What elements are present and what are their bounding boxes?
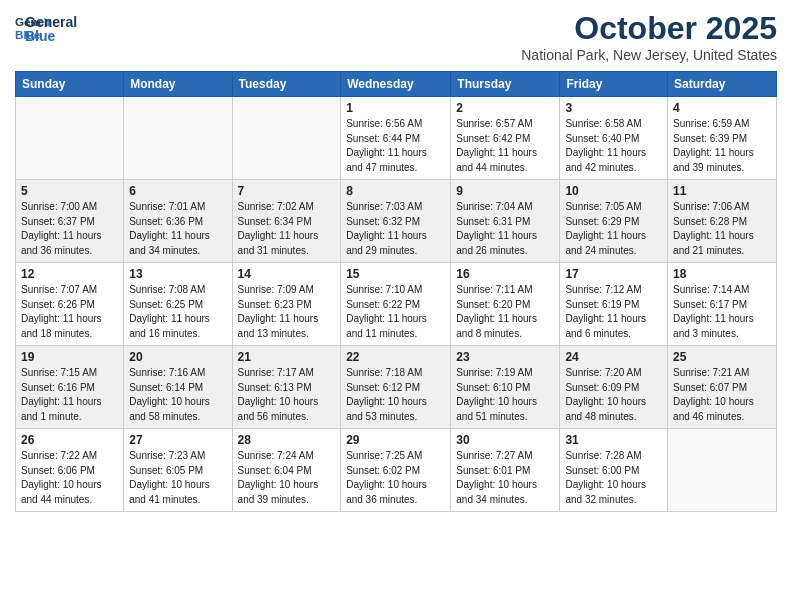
header-row: Sunday Monday Tuesday Wednesday Thursday… xyxy=(16,72,777,97)
col-sunday: Sunday xyxy=(16,72,124,97)
calendar-cell: 24Sunrise: 7:20 AM Sunset: 6:09 PM Dayli… xyxy=(560,346,668,429)
calendar-cell: 21Sunrise: 7:17 AM Sunset: 6:13 PM Dayli… xyxy=(232,346,341,429)
day-info: Sunrise: 7:01 AM Sunset: 6:36 PM Dayligh… xyxy=(129,200,226,258)
day-info: Sunrise: 7:02 AM Sunset: 6:34 PM Dayligh… xyxy=(238,200,336,258)
page-header: General Blue General Blue October 2025 N… xyxy=(15,10,777,63)
day-info: Sunrise: 7:21 AM Sunset: 6:07 PM Dayligh… xyxy=(673,366,771,424)
day-number: 27 xyxy=(129,433,226,447)
month-title: October 2025 xyxy=(521,10,777,47)
day-info: Sunrise: 7:17 AM Sunset: 6:13 PM Dayligh… xyxy=(238,366,336,424)
calendar-cell: 18Sunrise: 7:14 AM Sunset: 6:17 PM Dayli… xyxy=(668,263,777,346)
day-number: 17 xyxy=(565,267,662,281)
day-info: Sunrise: 6:57 AM Sunset: 6:42 PM Dayligh… xyxy=(456,117,554,175)
calendar-cell: 12Sunrise: 7:07 AM Sunset: 6:26 PM Dayli… xyxy=(16,263,124,346)
day-info: Sunrise: 6:58 AM Sunset: 6:40 PM Dayligh… xyxy=(565,117,662,175)
day-info: Sunrise: 7:12 AM Sunset: 6:19 PM Dayligh… xyxy=(565,283,662,341)
calendar-cell: 26Sunrise: 7:22 AM Sunset: 6:06 PM Dayli… xyxy=(16,429,124,512)
day-info: Sunrise: 7:18 AM Sunset: 6:12 PM Dayligh… xyxy=(346,366,445,424)
day-number: 21 xyxy=(238,350,336,364)
day-number: 12 xyxy=(21,267,118,281)
logo-line2: Blue xyxy=(25,28,77,44)
day-number: 1 xyxy=(346,101,445,115)
calendar-cell xyxy=(16,97,124,180)
calendar-cell: 14Sunrise: 7:09 AM Sunset: 6:23 PM Dayli… xyxy=(232,263,341,346)
day-number: 26 xyxy=(21,433,118,447)
calendar-cell: 27Sunrise: 7:23 AM Sunset: 6:05 PM Dayli… xyxy=(124,429,232,512)
calendar-week-2: 5Sunrise: 7:00 AM Sunset: 6:37 PM Daylig… xyxy=(16,180,777,263)
calendar-week-3: 12Sunrise: 7:07 AM Sunset: 6:26 PM Dayli… xyxy=(16,263,777,346)
day-number: 5 xyxy=(21,184,118,198)
day-number: 19 xyxy=(21,350,118,364)
calendar-cell: 2Sunrise: 6:57 AM Sunset: 6:42 PM Daylig… xyxy=(451,97,560,180)
logo: General Blue General Blue xyxy=(15,10,77,46)
day-info: Sunrise: 7:03 AM Sunset: 6:32 PM Dayligh… xyxy=(346,200,445,258)
day-info: Sunrise: 7:28 AM Sunset: 6:00 PM Dayligh… xyxy=(565,449,662,507)
calendar-cell: 20Sunrise: 7:16 AM Sunset: 6:14 PM Dayli… xyxy=(124,346,232,429)
day-info: Sunrise: 7:23 AM Sunset: 6:05 PM Dayligh… xyxy=(129,449,226,507)
day-number: 11 xyxy=(673,184,771,198)
day-number: 6 xyxy=(129,184,226,198)
calendar-week-1: 1Sunrise: 6:56 AM Sunset: 6:44 PM Daylig… xyxy=(16,97,777,180)
day-info: Sunrise: 7:10 AM Sunset: 6:22 PM Dayligh… xyxy=(346,283,445,341)
day-number: 30 xyxy=(456,433,554,447)
day-info: Sunrise: 7:25 AM Sunset: 6:02 PM Dayligh… xyxy=(346,449,445,507)
day-number: 22 xyxy=(346,350,445,364)
calendar-cell: 22Sunrise: 7:18 AM Sunset: 6:12 PM Dayli… xyxy=(341,346,451,429)
day-info: Sunrise: 7:11 AM Sunset: 6:20 PM Dayligh… xyxy=(456,283,554,341)
day-info: Sunrise: 7:15 AM Sunset: 6:16 PM Dayligh… xyxy=(21,366,118,424)
calendar-cell: 10Sunrise: 7:05 AM Sunset: 6:29 PM Dayli… xyxy=(560,180,668,263)
day-number: 16 xyxy=(456,267,554,281)
day-number: 2 xyxy=(456,101,554,115)
calendar-cell: 11Sunrise: 7:06 AM Sunset: 6:28 PM Dayli… xyxy=(668,180,777,263)
day-info: Sunrise: 6:59 AM Sunset: 6:39 PM Dayligh… xyxy=(673,117,771,175)
calendar-cell: 19Sunrise: 7:15 AM Sunset: 6:16 PM Dayli… xyxy=(16,346,124,429)
day-number: 29 xyxy=(346,433,445,447)
day-info: Sunrise: 7:07 AM Sunset: 6:26 PM Dayligh… xyxy=(21,283,118,341)
calendar-cell: 15Sunrise: 7:10 AM Sunset: 6:22 PM Dayli… xyxy=(341,263,451,346)
day-info: Sunrise: 7:24 AM Sunset: 6:04 PM Dayligh… xyxy=(238,449,336,507)
calendar-cell: 7Sunrise: 7:02 AM Sunset: 6:34 PM Daylig… xyxy=(232,180,341,263)
calendar-cell xyxy=(668,429,777,512)
calendar-cell: 17Sunrise: 7:12 AM Sunset: 6:19 PM Dayli… xyxy=(560,263,668,346)
day-number: 18 xyxy=(673,267,771,281)
day-info: Sunrise: 7:22 AM Sunset: 6:06 PM Dayligh… xyxy=(21,449,118,507)
col-wednesday: Wednesday xyxy=(341,72,451,97)
day-number: 25 xyxy=(673,350,771,364)
calendar-cell: 28Sunrise: 7:24 AM Sunset: 6:04 PM Dayli… xyxy=(232,429,341,512)
calendar-cell: 13Sunrise: 7:08 AM Sunset: 6:25 PM Dayli… xyxy=(124,263,232,346)
calendar-cell: 25Sunrise: 7:21 AM Sunset: 6:07 PM Dayli… xyxy=(668,346,777,429)
day-number: 24 xyxy=(565,350,662,364)
day-number: 28 xyxy=(238,433,336,447)
calendar-week-5: 26Sunrise: 7:22 AM Sunset: 6:06 PM Dayli… xyxy=(16,429,777,512)
day-number: 10 xyxy=(565,184,662,198)
day-info: Sunrise: 7:27 AM Sunset: 6:01 PM Dayligh… xyxy=(456,449,554,507)
calendar-cell: 23Sunrise: 7:19 AM Sunset: 6:10 PM Dayli… xyxy=(451,346,560,429)
day-number: 15 xyxy=(346,267,445,281)
day-info: Sunrise: 7:16 AM Sunset: 6:14 PM Dayligh… xyxy=(129,366,226,424)
day-info: Sunrise: 7:06 AM Sunset: 6:28 PM Dayligh… xyxy=(673,200,771,258)
day-info: Sunrise: 7:00 AM Sunset: 6:37 PM Dayligh… xyxy=(21,200,118,258)
day-info: Sunrise: 7:20 AM Sunset: 6:09 PM Dayligh… xyxy=(565,366,662,424)
calendar: Sunday Monday Tuesday Wednesday Thursday… xyxy=(15,71,777,512)
calendar-cell: 16Sunrise: 7:11 AM Sunset: 6:20 PM Dayli… xyxy=(451,263,560,346)
day-number: 7 xyxy=(238,184,336,198)
day-number: 4 xyxy=(673,101,771,115)
day-number: 9 xyxy=(456,184,554,198)
day-number: 14 xyxy=(238,267,336,281)
col-saturday: Saturday xyxy=(668,72,777,97)
day-info: Sunrise: 7:14 AM Sunset: 6:17 PM Dayligh… xyxy=(673,283,771,341)
day-number: 23 xyxy=(456,350,554,364)
calendar-cell: 6Sunrise: 7:01 AM Sunset: 6:36 PM Daylig… xyxy=(124,180,232,263)
calendar-cell: 5Sunrise: 7:00 AM Sunset: 6:37 PM Daylig… xyxy=(16,180,124,263)
day-info: Sunrise: 6:56 AM Sunset: 6:44 PM Dayligh… xyxy=(346,117,445,175)
calendar-week-4: 19Sunrise: 7:15 AM Sunset: 6:16 PM Dayli… xyxy=(16,346,777,429)
day-number: 13 xyxy=(129,267,226,281)
day-info: Sunrise: 7:05 AM Sunset: 6:29 PM Dayligh… xyxy=(565,200,662,258)
calendar-cell: 29Sunrise: 7:25 AM Sunset: 6:02 PM Dayli… xyxy=(341,429,451,512)
calendar-cell: 8Sunrise: 7:03 AM Sunset: 6:32 PM Daylig… xyxy=(341,180,451,263)
day-info: Sunrise: 7:04 AM Sunset: 6:31 PM Dayligh… xyxy=(456,200,554,258)
col-monday: Monday xyxy=(124,72,232,97)
day-number: 8 xyxy=(346,184,445,198)
calendar-cell xyxy=(232,97,341,180)
day-info: Sunrise: 7:09 AM Sunset: 6:23 PM Dayligh… xyxy=(238,283,336,341)
